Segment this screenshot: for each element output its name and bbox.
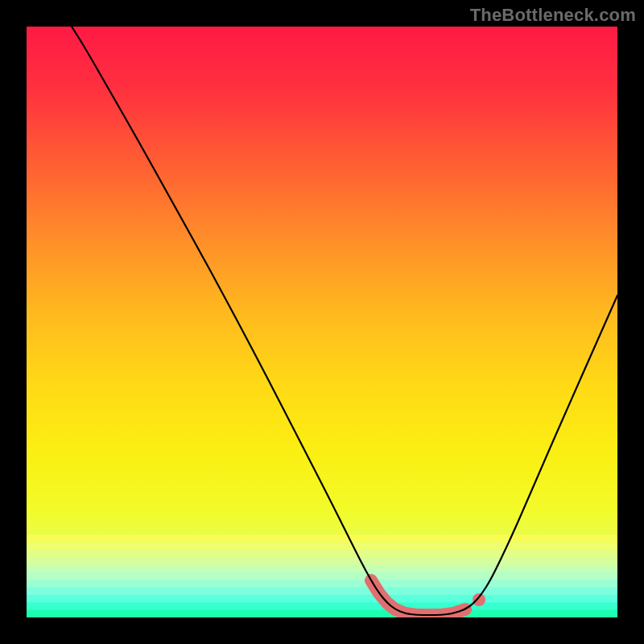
optimal-range-highlight-dot [473, 593, 485, 606]
svg-rect-2 [27, 550, 617, 559]
svg-rect-10 [27, 610, 617, 617]
watermark-text: TheBottleneck.com [470, 5, 636, 26]
chart-svg [27, 27, 617, 617]
bottom-green-bands [27, 535, 617, 617]
chart-plot-area [27, 27, 617, 617]
heat-gradient-background [27, 27, 617, 617]
chart-outer-frame: TheBottleneck.com [0, 0, 644, 644]
svg-rect-8 [27, 595, 617, 604]
